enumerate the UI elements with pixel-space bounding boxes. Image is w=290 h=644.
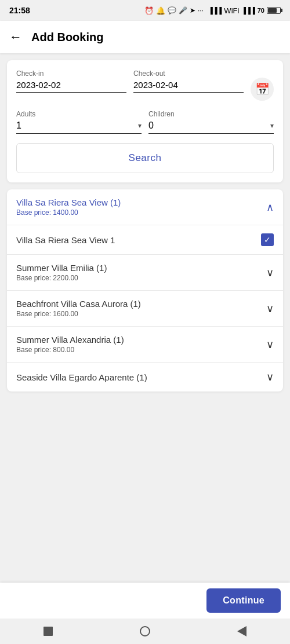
- adults-value: 1: [16, 120, 138, 131]
- villa-group-5-name: Seaside Villa Egardo Aparente (1): [16, 372, 147, 382]
- bell-icon: 🔔: [156, 6, 165, 15]
- calendar-button[interactable]: 📅: [251, 78, 274, 101]
- villa-group-3: Beachfront Villa Casa Aurora (1) Base pr…: [7, 291, 283, 327]
- checkout-value[interactable]: 2023-02-04: [133, 80, 244, 93]
- nav-home-button[interactable]: [140, 626, 150, 636]
- villa-group-2-info: Summer Villa Emilia (1) Base price: 2200…: [16, 263, 107, 282]
- calendar-icon: 📅: [255, 82, 270, 96]
- status-icons: ⏰ 🔔 💬 🎤 ➤ ··· ▐▐▐ WiFi ▐▐▐ 70: [144, 6, 281, 15]
- nav-circle-icon: [140, 626, 150, 636]
- nav-triangle-icon: [237, 626, 246, 636]
- nav-square-icon: [44, 627, 53, 636]
- search-card: Check-in 2023-02-02 Check-out 2023-02-04…: [7, 60, 283, 182]
- villa-group-1-chevron-up-icon: ∧: [266, 201, 274, 214]
- villa-group-4-price: Base price: 800.00: [16, 346, 124, 354]
- children-value: 0: [148, 120, 270, 131]
- search-button[interactable]: Search: [16, 143, 274, 173]
- children-label: Children: [148, 110, 274, 118]
- villa-sub-item-1-name: Villa Sa Riera Sea View 1: [16, 235, 115, 245]
- villa-sub-item-1[interactable]: Villa Sa Riera Sea View 1 ✓: [7, 225, 283, 254]
- children-chevron-icon: ▾: [270, 122, 274, 130]
- top-bar: ← Add Booking: [0, 21, 290, 53]
- villa-group-5-chevron-down-icon: ∨: [266, 371, 274, 383]
- villa-group-4: Summer Villa Alexandria (1) Base price: …: [7, 327, 283, 363]
- mic-icon: 🎤: [179, 6, 187, 14]
- villa-group-3-chevron-down-icon: ∨: [266, 302, 274, 315]
- villa-group-1-price: Base price: 1400.00: [16, 208, 121, 217]
- villa-group-5-info: Seaside Villa Egardo Aparente (1): [16, 372, 147, 382]
- villa-group-1-info: Villa Sa Riera Sea View (1) Base price: …: [16, 197, 121, 217]
- villa-sub-item-1-checkbox[interactable]: ✓: [261, 233, 274, 246]
- villa-group-1-name: Villa Sa Riera Sea View (1): [16, 197, 121, 207]
- adults-field: Adults 1 ▾: [16, 110, 142, 134]
- villa-group-3-header[interactable]: Beachfront Villa Casa Aurora (1) Base pr…: [7, 291, 283, 326]
- villa-group-5: Seaside Villa Egardo Aparente (1) ∨: [7, 363, 283, 391]
- page-title: Add Booking: [31, 31, 103, 44]
- status-bar: 21:58 ⏰ 🔔 💬 🎤 ➤ ··· ▐▐▐ WiFi ▐▐▐ 70: [0, 0, 290, 21]
- villa-group-2: Summer Villa Emilia (1) Base price: 2200…: [7, 255, 283, 291]
- villa-group-1: Villa Sa Riera Sea View (1) Base price: …: [7, 189, 283, 255]
- villa-group-4-info: Summer Villa Alexandria (1) Base price: …: [16, 335, 124, 354]
- main-content: Check-in 2023-02-02 Check-out 2023-02-04…: [0, 53, 290, 463]
- checkin-label: Check-in: [16, 69, 126, 78]
- bottom-action-bar: Continue: [0, 583, 290, 619]
- status-time: 21:58: [9, 6, 30, 15]
- nav-back-button[interactable]: [237, 626, 246, 636]
- villa-group-2-price: Base price: 2200.00: [16, 274, 107, 282]
- villa-group-4-header[interactable]: Summer Villa Alexandria (1) Base price: …: [7, 327, 283, 362]
- battery-container: 70: [258, 7, 264, 14]
- children-field: Children 0 ▾: [148, 110, 274, 134]
- adults-label: Adults: [16, 110, 142, 118]
- villa-group-2-header[interactable]: Summer Villa Emilia (1) Base price: 2200…: [7, 255, 283, 290]
- checkout-label: Check-out: [133, 69, 244, 78]
- villa-group-2-chevron-down-icon: ∨: [266, 266, 274, 279]
- villa-group-3-price: Base price: 1600.00: [16, 310, 141, 318]
- signal-icon: ▐▐▐: [208, 7, 222, 14]
- more-icon: ···: [198, 6, 204, 14]
- battery-icon: [267, 7, 281, 14]
- villa-group-3-name: Beachfront Villa Casa Aurora (1): [16, 299, 141, 309]
- checkin-value[interactable]: 2023-02-02: [16, 80, 126, 93]
- checkmark-icon: ✓: [264, 235, 271, 244]
- villa-group-3-info: Beachfront Villa Casa Aurora (1) Base pr…: [16, 299, 141, 318]
- children-select[interactable]: 0 ▾: [148, 120, 274, 134]
- checkin-field: Check-in 2023-02-02: [16, 69, 126, 93]
- villa-group-4-name: Summer Villa Alexandria (1): [16, 335, 124, 345]
- villa-group-1-header[interactable]: Villa Sa Riera Sea View (1) Base price: …: [7, 189, 283, 225]
- signal2-icon: ▐▐▐: [241, 7, 255, 14]
- back-button[interactable]: ←: [9, 31, 22, 43]
- date-row: Check-in 2023-02-02 Check-out 2023-02-04…: [16, 69, 274, 101]
- wifi-icon: WiFi: [224, 6, 239, 15]
- results-card: Villa Sa Riera Sea View (1) Base price: …: [7, 189, 283, 391]
- messenger-icon: 💬: [168, 6, 176, 14]
- continue-button[interactable]: Continue: [206, 588, 281, 613]
- adults-select[interactable]: 1 ▾: [16, 120, 142, 134]
- location-icon: ➤: [190, 6, 195, 14]
- checkout-field: Check-out 2023-02-04: [133, 69, 244, 93]
- nav-bar: [0, 619, 290, 644]
- villa-group-4-chevron-down-icon: ∨: [266, 338, 274, 351]
- villa-group-5-header[interactable]: Seaside Villa Egardo Aparente (1) ∨: [7, 363, 283, 391]
- guests-row: Adults 1 ▾ Children 0 ▾: [16, 110, 274, 134]
- nav-square-button[interactable]: [44, 627, 53, 636]
- adults-chevron-icon: ▾: [138, 122, 142, 130]
- alarm-icon: ⏰: [144, 6, 154, 15]
- villa-group-2-name: Summer Villa Emilia (1): [16, 263, 107, 273]
